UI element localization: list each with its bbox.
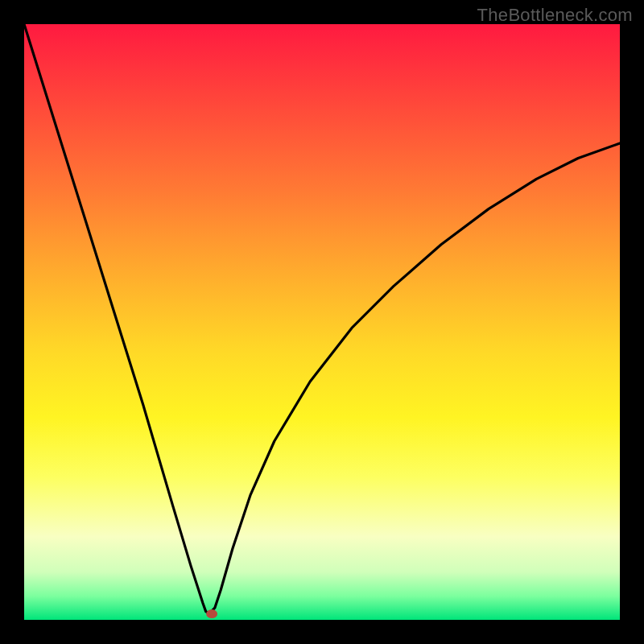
watermark-text: TheBottleneck.com	[477, 5, 633, 26]
minimum-marker	[206, 609, 217, 618]
chart-frame: TheBottleneck.com	[0, 0, 644, 644]
bottleneck-curve	[24, 24, 620, 614]
chart-overlay	[24, 24, 620, 620]
